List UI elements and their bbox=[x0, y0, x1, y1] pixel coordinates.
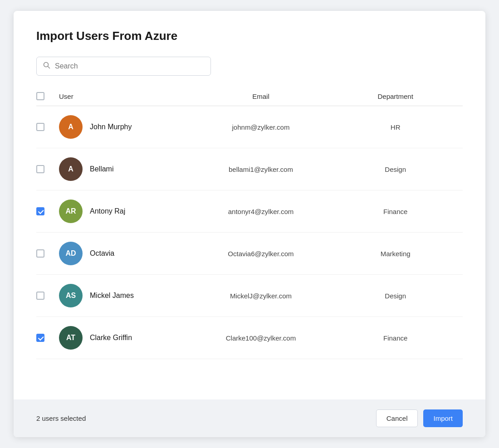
footer-buttons: Cancel Import bbox=[376, 409, 463, 427]
dept-cell-octavia: Marketing bbox=[328, 250, 463, 258]
user-cell-clarke-griffin: AT Clarke Griffin bbox=[59, 326, 194, 350]
email-cell-antony-raj: antonyr4@zylker.com bbox=[194, 208, 328, 215]
search-icon bbox=[43, 62, 50, 71]
dept-cell-john-murphy: HR bbox=[328, 123, 463, 131]
user-cell-bellami: A Bellami bbox=[59, 157, 194, 181]
dept-cell-mickel-james: Design bbox=[328, 292, 463, 300]
email-cell-octavia: Octavia6@zylker.com bbox=[194, 250, 328, 258]
selected-count: 2 users selected bbox=[36, 414, 86, 422]
table-row: AD Octavia Octavia6@zylker.com Marketing bbox=[36, 233, 463, 275]
table-rows: A John Murphy johnm@zylker.com HR A Bell… bbox=[36, 106, 463, 359]
header-department: Department bbox=[328, 93, 463, 100]
row-checkbox-cell bbox=[36, 165, 59, 173]
row-checkbox-clarke-griffin[interactable] bbox=[36, 334, 44, 342]
email-cell-mickel-james: MickelJ@zylker.com bbox=[194, 292, 328, 300]
header-email: Email bbox=[194, 93, 328, 100]
user-cell-john-murphy: A John Murphy bbox=[59, 115, 194, 139]
select-all-checkbox[interactable] bbox=[36, 92, 44, 100]
row-checkbox-cell bbox=[36, 249, 59, 258]
row-checkbox-bellami[interactable] bbox=[36, 165, 44, 173]
user-name-john-murphy: John Murphy bbox=[90, 123, 132, 131]
dept-cell-clarke-griffin: Finance bbox=[328, 334, 463, 342]
import-button[interactable]: Import bbox=[423, 409, 463, 427]
dept-cell-bellami: Design bbox=[328, 166, 463, 173]
header-user: User bbox=[59, 93, 194, 100]
row-checkbox-octavia[interactable] bbox=[36, 249, 44, 258]
avatar-clarke-griffin: AT bbox=[59, 326, 83, 350]
svg-line-1 bbox=[48, 67, 50, 68]
modal-body: Import Users From Azure User Email bbox=[14, 11, 485, 399]
search-box bbox=[36, 57, 211, 76]
avatar-octavia: AD bbox=[59, 242, 83, 265]
row-checkbox-john-murphy[interactable] bbox=[36, 123, 44, 131]
avatar-antony-raj: AR bbox=[59, 200, 83, 223]
modal-footer: 2 users selected Cancel Import bbox=[14, 399, 485, 437]
user-cell-antony-raj: AR Antony Raj bbox=[59, 200, 194, 223]
user-name-mickel-james: Mickel James bbox=[90, 292, 134, 300]
row-checkbox-antony-raj[interactable] bbox=[36, 207, 44, 215]
user-cell-octavia: AD Octavia bbox=[59, 242, 194, 265]
row-checkbox-cell bbox=[36, 292, 59, 300]
row-checkbox-cell bbox=[36, 123, 59, 131]
user-name-bellami: Bellami bbox=[90, 165, 113, 173]
user-cell-mickel-james: AS Mickel James bbox=[59, 284, 194, 307]
row-checkbox-cell bbox=[36, 334, 59, 342]
avatar-john-murphy: A bbox=[59, 115, 83, 139]
user-name-clarke-griffin: Clarke Griffin bbox=[90, 334, 132, 342]
search-container bbox=[36, 57, 463, 76]
table-row: AS Mickel James MickelJ@zylker.com Desig… bbox=[36, 275, 463, 317]
cancel-button[interactable]: Cancel bbox=[376, 409, 418, 427]
row-checkbox-mickel-james[interactable] bbox=[36, 292, 44, 300]
avatar-bellami: A bbox=[59, 157, 83, 181]
import-users-modal: Import Users From Azure User Email bbox=[14, 11, 485, 437]
dept-cell-antony-raj: Finance bbox=[328, 208, 463, 215]
avatar-mickel-james: AS bbox=[59, 284, 83, 307]
header-checkbox-cell bbox=[36, 92, 59, 100]
email-cell-bellami: bellami1@zylker.com bbox=[194, 166, 328, 173]
row-checkbox-cell bbox=[36, 207, 59, 215]
table-row: AT Clarke Griffin Clarke100@zylker.com F… bbox=[36, 317, 463, 359]
email-cell-clarke-griffin: Clarke100@zylker.com bbox=[194, 334, 328, 342]
table-row: A John Murphy johnm@zylker.com HR bbox=[36, 106, 463, 148]
table-header: User Email Department bbox=[36, 87, 463, 106]
search-input[interactable] bbox=[55, 62, 204, 70]
table-row: A Bellami bellami1@zylker.com Design bbox=[36, 148, 463, 190]
table-row: AR Antony Raj antonyr4@zylker.com Financ… bbox=[36, 190, 463, 233]
users-table: User Email Department A John Murphy john… bbox=[36, 87, 463, 359]
email-cell-john-murphy: johnm@zylker.com bbox=[194, 123, 328, 131]
user-name-octavia: Octavia bbox=[90, 249, 114, 258]
modal-title: Import Users From Azure bbox=[36, 29, 463, 43]
user-name-antony-raj: Antony Raj bbox=[90, 207, 125, 215]
